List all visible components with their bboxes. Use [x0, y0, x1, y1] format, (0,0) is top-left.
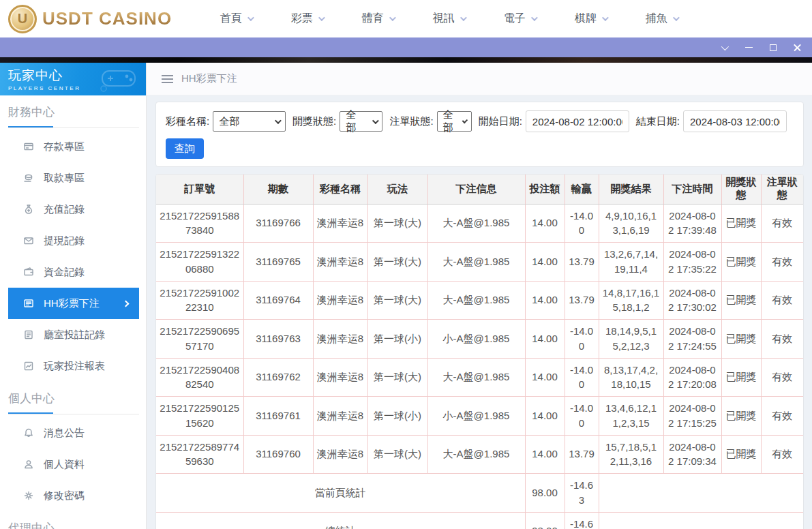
table-row: 215217225904088254031169762澳洲幸运8第一球(大)大-… — [156, 358, 803, 397]
table-cell: 31169766 — [243, 204, 313, 243]
summary-empty-cell — [599, 512, 803, 529]
draw-status-select[interactable]: 全部 — [340, 111, 382, 132]
sidebar-item-存款專區[interactable]: 存款專區 — [8, 131, 139, 162]
table-cell: 14.00 — [525, 320, 565, 359]
table-cell: 有效 — [761, 435, 803, 474]
table-cell: 已開獎 — [721, 204, 761, 243]
table-cell: 2152172258977459630 — [156, 435, 243, 474]
table-cell: 2024-08-02 17:15:25 — [663, 397, 721, 436]
table-row: 215217225913220688031169765澳洲幸运8第一球(大)大-… — [156, 243, 803, 282]
menu-toggle-icon[interactable] — [162, 75, 173, 83]
window-maximize-button[interactable] — [768, 43, 778, 52]
table-cell: 第一球(小) — [367, 397, 427, 436]
column-header: 開獎結果 — [599, 175, 663, 204]
table-cell: 13.79 — [565, 243, 599, 282]
bets-table-card: 訂單號期數彩種名稱玩法下注信息投注額輸贏開獎結果下注時間開獎狀態注單狀態 215… — [155, 174, 804, 529]
table-cell: 大-A盤@1.985 — [427, 281, 525, 320]
table-cell: 2152172259012515620 — [156, 397, 243, 436]
end-date-input[interactable] — [683, 110, 787, 132]
nav-item-6[interactable]: 捕魚 — [626, 12, 697, 26]
column-header: 訂單號 — [156, 175, 243, 204]
end-date-label: 結束日期: — [636, 115, 680, 128]
sidebar-item-label: 充值記錄 — [44, 203, 85, 216]
table-cell: 14.00 — [525, 204, 565, 243]
brand-logo[interactable]: U USDT CASINO — [8, 5, 172, 33]
nav-item-4[interactable]: 電子 — [484, 12, 555, 26]
top-bar: U USDT CASINO 首頁彩票體育視訊電子棋牌捕魚 — [0, 0, 812, 37]
chevron-down-icon — [247, 14, 254, 21]
start-date-label: 開始日期: — [479, 115, 522, 128]
chevron-down-icon — [318, 14, 325, 21]
brand-name: USDT CASINO — [42, 8, 172, 29]
column-header: 彩種名稱 — [313, 175, 367, 204]
sidebar-item-取款專區[interactable]: 取款專區 — [8, 162, 139, 194]
table-cell: -14.00 — [565, 397, 599, 436]
nav-item-1[interactable]: 彩票 — [271, 12, 342, 26]
table-cell: 有效 — [761, 397, 803, 436]
sidebar-item-消息公告[interactable]: 消息公告 — [8, 417, 139, 449]
banner-strip — [0, 57, 812, 63]
sidebar-section-title-0: 財務中心 — [8, 104, 146, 120]
bell-icon — [23, 427, 34, 438]
table-cell: 31169764 — [243, 281, 313, 320]
chevron-down-icon — [275, 117, 282, 124]
table-cell: 有效 — [761, 243, 803, 282]
table-cell: 有效 — [761, 358, 803, 397]
order-status-select[interactable]: 全部 — [437, 111, 472, 132]
table-row: 215217225906955717031169763澳洲幸运8第一球(小)小-… — [156, 320, 803, 359]
sidebar-item-玩家投注報表[interactable]: 玩家投注報表 — [8, 350, 139, 382]
table-cell: 第一球(大) — [367, 204, 427, 243]
sidebar-item-label: 提現記錄 — [44, 235, 85, 247]
section-underline — [8, 412, 139, 414]
table-cell: 13,4,6,12,11,2,3,15 — [599, 397, 663, 436]
window-minimize-button[interactable] — [744, 43, 753, 52]
sidebar: 玩家中心 PLAYERS CENTER 財務中心存款專區取款專區充值記錄提現記錄… — [0, 63, 147, 529]
chevron-down-icon — [389, 14, 396, 21]
table-cell: 4,9,10,16,13,1,6,19 — [599, 204, 663, 243]
table-cell: 2024-08-02 17:39:48 — [663, 204, 721, 243]
deposit-icon — [23, 141, 34, 152]
table-cell: 小-A盤@1.985 — [427, 320, 525, 359]
sidebar-item-修改密碼[interactable]: 修改密碼 — [8, 480, 139, 511]
table-cell: 已開獎 — [721, 243, 761, 282]
table-cell: 8,13,17,4,2,18,10,15 — [599, 358, 663, 397]
column-header: 開獎狀態 — [721, 175, 761, 204]
table-cell: 已開獎 — [721, 435, 761, 474]
nav-item-label: 電子 — [504, 12, 526, 26]
table-cell: 有效 — [761, 320, 803, 359]
table-row: 215217225910022231031169764澳洲幸运8第一球(大)大-… — [156, 281, 803, 320]
nav-item-5[interactable]: 棋牌 — [555, 12, 626, 26]
window-collapse-button[interactable] — [719, 43, 729, 52]
table-cell: 大-A盤@1.985 — [427, 435, 525, 474]
table-cell: 澳洲幸运8 — [313, 281, 367, 320]
chevron-down-icon — [531, 14, 538, 21]
recharge-record-icon — [23, 204, 34, 215]
profile-icon — [23, 459, 34, 470]
sidebar-item-個人資料[interactable]: 個人資料 — [8, 449, 139, 480]
table-cell: 13.79 — [565, 281, 599, 320]
query-button[interactable]: 查詢 — [166, 138, 204, 159]
lottery-name-select[interactable]: 全部 — [213, 111, 286, 132]
nav-item-0[interactable]: 首頁 — [200, 12, 271, 26]
table-cell: 小-A盤@1.985 — [427, 397, 525, 436]
withdrawal-record-icon — [23, 235, 34, 246]
table-cell: 13,2,6,7,14,19,11,4 — [599, 243, 663, 282]
start-date-input[interactable] — [526, 110, 629, 132]
nav-item-2[interactable]: 體育 — [342, 12, 413, 26]
sidebar-item-提現記錄[interactable]: 提現記錄 — [8, 225, 139, 256]
sidebar-item-廳室投註記錄[interactable]: 廳室投註記錄 — [8, 319, 139, 350]
table-cell: 18,14,9,5,15,2,12,3 — [599, 320, 663, 359]
order-status-label: 注單狀態: — [389, 115, 433, 128]
table-cell: -14.00 — [565, 358, 599, 397]
nav-item-3[interactable]: 視訊 — [413, 12, 484, 26]
sidebar-item-HH彩票下注[interactable]: HH彩票下注 — [8, 288, 139, 319]
sidebar-item-label: 取款專區 — [44, 172, 85, 185]
table-cell: 有效 — [761, 204, 803, 243]
table-header-row: 訂單號期數彩種名稱玩法下注信息投注額輸贏開獎結果下注時間開獎狀態注單狀態 — [156, 175, 803, 204]
sidebar-item-label: 玩家投注報表 — [44, 360, 105, 373]
lottery-bets-icon — [23, 298, 34, 309]
sidebar-item-充值記錄[interactable]: 充值記錄 — [8, 194, 139, 225]
window-close-button[interactable] — [793, 43, 802, 52]
summary-empty-cell — [599, 474, 803, 513]
sidebar-item-資金記錄[interactable]: 資金記錄 — [8, 256, 139, 288]
